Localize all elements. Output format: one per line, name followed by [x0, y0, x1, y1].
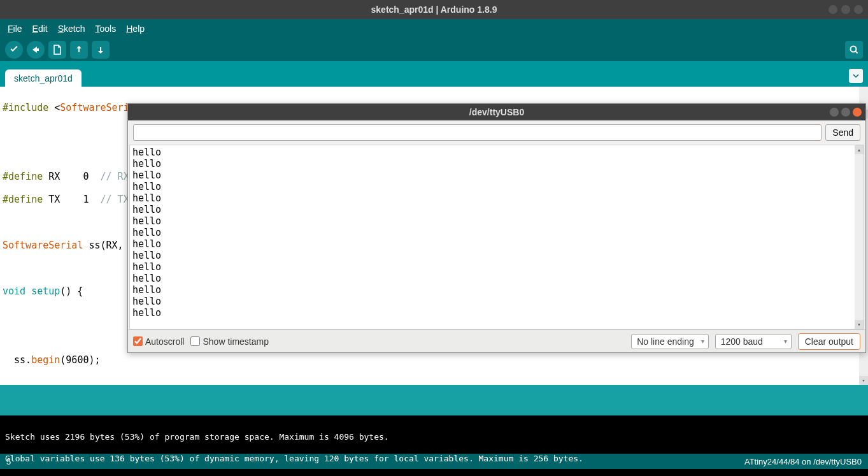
build-console: Sketch uses 2196 bytes (53%) of program … [0, 415, 868, 454]
tab-menu-button[interactable] [849, 69, 863, 83]
console-line: Sketch uses 2196 bytes (53%) of program … [5, 431, 863, 442]
serial-output[interactable]: hellohellohellohellohellohellohellohello… [129, 145, 864, 329]
serial-monitor-title: /dev/ttyUSB0 [469, 107, 524, 117]
serial-line: hello [132, 169, 861, 181]
serial-line: hello [132, 181, 861, 192]
autoscroll-checkbox[interactable]: Autoscroll [133, 336, 184, 347]
baud-select[interactable]: 1200 baud [715, 334, 792, 349]
serial-line: hello [132, 158, 861, 169]
menu-file[interactable]: File [4, 22, 26, 35]
line-ending-select[interactable]: No line ending [631, 334, 709, 349]
serial-scrollbar[interactable]: ▴ ▾ [855, 145, 864, 329]
close-icon[interactable] [854, 5, 863, 14]
serial-line: hello [132, 215, 861, 227]
status-board-port: ATtiny24/44/84 on /dev/ttyUSB0 [744, 457, 862, 466]
minimize-icon[interactable] [829, 5, 837, 14]
serial-line: hello [132, 192, 861, 204]
code-token: #include [3, 102, 48, 113]
status-line-number: 5 [6, 457, 11, 466]
sm-maximize-icon[interactable] [841, 108, 850, 117]
serial-line: hello [132, 250, 861, 261]
serial-line: hello [132, 204, 861, 215]
menu-sketch[interactable]: Sketch [54, 22, 89, 35]
menu-help[interactable]: Help [122, 22, 148, 35]
new-button[interactable] [48, 41, 66, 59]
toolbar [0, 38, 868, 61]
message-band [0, 390, 868, 415]
scroll-down-icon[interactable]: ▾ [859, 376, 868, 385]
timestamp-checkbox[interactable]: Show timestamp [190, 336, 268, 347]
main-window-titlebar: sketch_apr01d | Arduino 1.8.9 [0, 0, 868, 19]
save-button[interactable] [92, 41, 110, 59]
serial-line: hello [132, 227, 861, 238]
tab-sketch[interactable]: sketch_apr01d [5, 69, 82, 87]
serial-send-row: Send [128, 120, 865, 145]
tabbar: sketch_apr01d [0, 61, 868, 87]
svg-point-0 [851, 47, 857, 52]
main-window-title: sketch_apr01d | Arduino 1.8.9 [371, 4, 497, 15]
serial-input[interactable] [133, 124, 822, 141]
serial-line: hello [132, 273, 861, 284]
sm-close-icon[interactable] [853, 108, 862, 117]
scroll-up-icon[interactable]: ▴ [855, 145, 864, 154]
serial-monitor-button[interactable] [845, 41, 863, 59]
serial-footer: Autoscroll Show timestamp No line ending… [128, 329, 865, 352]
serial-line: hello [132, 147, 861, 158]
scroll-down-icon[interactable]: ▾ [855, 320, 864, 329]
upload-button[interactable] [27, 41, 45, 59]
clear-output-button[interactable]: Clear output [798, 333, 860, 350]
menubar: File Edit Sketch Tools Help [0, 19, 868, 38]
serial-line: hello [132, 238, 861, 250]
verify-button[interactable] [5, 41, 23, 59]
serial-line: hello [132, 261, 861, 273]
maximize-icon[interactable] [841, 5, 850, 14]
sm-minimize-icon[interactable] [830, 108, 839, 117]
open-button[interactable] [70, 41, 88, 59]
splitter[interactable] [0, 385, 868, 390]
serial-monitor-window: /dev/ttyUSB0 Send hellohellohellohellohe… [127, 103, 866, 353]
serial-monitor-titlebar[interactable]: /dev/ttyUSB0 [128, 104, 865, 120]
send-button[interactable]: Send [825, 124, 860, 141]
menu-tools[interactable]: Tools [92, 22, 120, 35]
serial-line: hello [132, 307, 861, 319]
menu-edit[interactable]: Edit [29, 22, 52, 35]
serial-line: hello [132, 296, 861, 307]
serial-line: hello [132, 284, 861, 296]
